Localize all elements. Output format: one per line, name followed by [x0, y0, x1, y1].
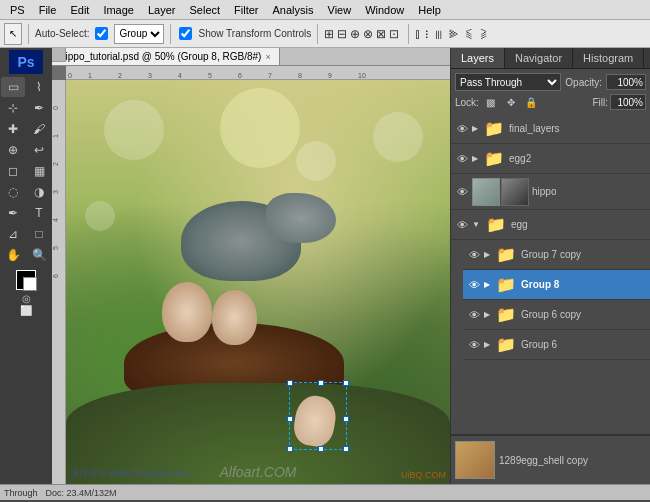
pen-tool[interactable]: ✒ — [1, 203, 25, 223]
lock-position-btn[interactable]: ✥ — [503, 94, 519, 110]
selection-tool[interactable]: ▭ — [1, 77, 25, 97]
menu-file[interactable]: File — [33, 2, 63, 18]
lasso-tool[interactable]: ⌇ — [27, 77, 51, 97]
canvas-tab[interactable]: hippo_tutorial.psd @ 50% (Group 8, RGB/8… — [52, 48, 280, 65]
quick-mask-btn[interactable]: ◎ — [22, 293, 31, 304]
layer-group8[interactable]: 👁 ▶ 📁 Group 8 — [463, 270, 650, 300]
sel-handle-bl[interactable] — [287, 446, 293, 452]
layer-group6[interactable]: 👁 ▶ 📁 Group 6 — [463, 330, 650, 360]
opacity-input[interactable] — [606, 74, 646, 90]
left-toolbar: Ps ▭ ⌇ ⊹ ✒ ✚ 🖌 ⊕ ↩ ◻ ▦ ◌ ◑ ✒ T ⊿ — [0, 48, 52, 484]
layer-group7-copy[interactable]: 👁 ▶ 📁 Group 7 copy — [463, 240, 650, 270]
foreground-color[interactable] — [16, 270, 36, 290]
layer-group6-copy[interactable]: 👁 ▶ 📁 Group 6 copy — [463, 300, 650, 330]
menu-layer[interactable]: Layer — [142, 2, 182, 18]
egg-1 — [162, 282, 212, 342]
blur-tool[interactable]: ◌ — [1, 182, 25, 202]
panel-close-btn[interactable]: × — [644, 48, 650, 68]
sel-handle-ml[interactable] — [287, 416, 293, 422]
lock-all-btn[interactable]: 🔒 — [523, 94, 539, 110]
expand-arrow[interactable]: ▶ — [484, 280, 490, 289]
gradient-tool[interactable]: ▦ — [27, 161, 51, 181]
screen-mode-btn[interactable]: ⬜ — [20, 305, 32, 316]
eraser-tool[interactable]: ◻ — [1, 161, 25, 181]
menu-window[interactable]: Window — [359, 2, 410, 18]
crop-tool[interactable]: ⊹ — [1, 98, 25, 118]
sel-handle-bm[interactable] — [318, 446, 324, 452]
canvas-content: 设计论坛 www.missyuan.com Alfoart.COM UiBQ.C… — [66, 80, 450, 484]
menu-ps[interactable]: PS — [4, 2, 31, 18]
bottom-layer-name: 1289egg_shell copy — [499, 455, 588, 466]
layer-egg-group[interactable]: 👁 ▼ 📁 egg — [451, 210, 650, 240]
visibility-eye[interactable]: 👁 — [467, 278, 481, 292]
healing-tool[interactable]: ✚ — [1, 119, 25, 139]
expand-arrow[interactable]: ▶ — [484, 250, 490, 259]
menu-filter[interactable]: Filter — [228, 2, 264, 18]
ps-logo: Ps — [9, 50, 43, 74]
menu-image[interactable]: Image — [97, 2, 140, 18]
group-select[interactable]: Group — [114, 24, 164, 44]
menu-view[interactable]: View — [322, 2, 358, 18]
visibility-eye[interactable]: 👁 — [467, 308, 481, 322]
layer-name: final_layers — [509, 123, 560, 134]
clone-tool[interactable]: ⊕ — [1, 140, 25, 160]
layer-egg2[interactable]: 👁 ▶ 📁 egg2 — [451, 144, 650, 174]
ruler-tick-v: 5 — [52, 222, 65, 250]
menu-bar: PS File Edit Image Layer Select Filter A… — [0, 0, 650, 20]
show-transform-checkbox[interactable] — [179, 27, 192, 40]
sel-handle-tr[interactable] — [343, 380, 349, 386]
ruler-tick: 3 — [148, 72, 178, 79]
tab-close-btn[interactable]: × — [265, 52, 270, 62]
layer-folder-icon: 📁 — [484, 213, 508, 237]
layer-hippo[interactable]: 👁 hippo — [451, 174, 650, 210]
brush-tool[interactable]: 🖌 — [27, 119, 51, 139]
tool-row-2: ⊹ ✒ — [1, 98, 51, 118]
visibility-eye[interactable]: 👁 — [455, 122, 469, 136]
ruler-tick: 6 — [238, 72, 268, 79]
expand-arrow[interactable]: ▶ — [484, 340, 490, 349]
move-tool-btn[interactable]: ↖ — [4, 23, 22, 45]
lock-pixels-btn[interactable]: ▩ — [483, 94, 499, 110]
path-select-tool[interactable]: ⊿ — [1, 224, 25, 244]
visibility-eye[interactable]: 👁 — [467, 338, 481, 352]
expand-arrow[interactable]: ▶ — [484, 310, 490, 319]
eyedrop-tool[interactable]: ✒ — [27, 98, 51, 118]
doc-info: Doc: 23.4M/132M — [46, 488, 117, 498]
canvas-image[interactable]: 设计论坛 www.missyuan.com Alfoart.COM UiBQ.C… — [66, 80, 450, 484]
blend-mode-select[interactable]: Pass Through — [455, 73, 561, 91]
sel-handle-br[interactable] — [343, 446, 349, 452]
tab-layers[interactable]: Layers — [451, 48, 505, 68]
ruler-corner — [52, 48, 66, 62]
visibility-eye[interactable]: 👁 — [467, 248, 481, 262]
tab-navigator[interactable]: Navigator — [505, 48, 573, 68]
sel-handle-tl[interactable] — [287, 380, 293, 386]
hand-tool[interactable]: ✋ — [1, 245, 25, 265]
menu-analysis[interactable]: Analysis — [267, 2, 320, 18]
history-tool[interactable]: ↩ — [27, 140, 51, 160]
toolbar-sep1 — [28, 24, 29, 44]
layer-folder-icon: 📁 — [482, 117, 506, 141]
shape-tool[interactable]: □ — [27, 224, 51, 244]
tab-histogram[interactable]: Histogram — [573, 48, 644, 68]
menu-select[interactable]: Select — [184, 2, 227, 18]
auto-select-checkbox[interactable] — [95, 27, 108, 40]
background-color[interactable] — [23, 277, 37, 291]
expand-arrow[interactable]: ▼ — [472, 220, 480, 229]
sel-handle-mr[interactable] — [343, 416, 349, 422]
menu-edit[interactable]: Edit — [64, 2, 95, 18]
layer-final-layers[interactable]: 👁 ▶ 📁 final_layers — [451, 114, 650, 144]
menu-help[interactable]: Help — [412, 2, 447, 18]
sel-handle-tm[interactable] — [318, 380, 324, 386]
expand-arrow[interactable]: ▶ — [472, 124, 478, 133]
layer-thumb-hippo — [472, 178, 500, 206]
fill-input[interactable] — [610, 94, 646, 110]
visibility-eye[interactable]: 👁 — [455, 152, 469, 166]
dodge-tool[interactable]: ◑ — [27, 182, 51, 202]
expand-arrow[interactable]: ▶ — [472, 154, 478, 163]
zoom-tool[interactable]: 🔍 — [27, 245, 51, 265]
visibility-eye[interactable]: 👁 — [455, 185, 469, 199]
type-tool[interactable]: T — [27, 203, 51, 223]
layer-name: hippo — [532, 186, 556, 197]
ruler-h-ticks: 0 1 2 3 4 5 6 7 8 9 10 — [66, 66, 388, 79]
visibility-eye[interactable]: 👁 — [455, 218, 469, 232]
